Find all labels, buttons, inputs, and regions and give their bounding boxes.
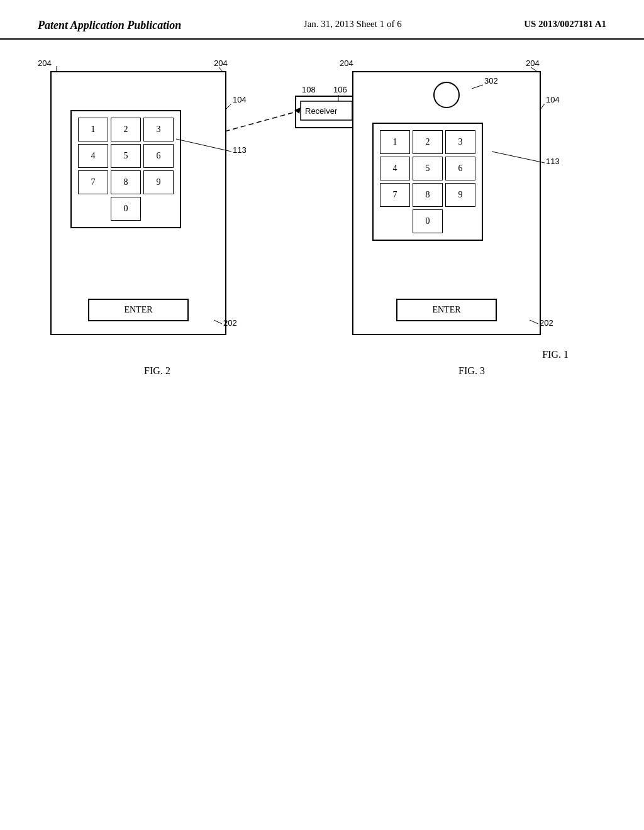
svg-text:204: 204 [214, 58, 228, 68]
publication-label: Patent Application Publication [38, 19, 181, 32]
anno-204-tl-fig3: 204 [340, 58, 353, 68]
key-2-fig3[interactable]: 2 [413, 130, 443, 154]
key-4-fig3[interactable]: 4 [380, 157, 410, 180]
anno-204-tl-fig2: 204 [38, 58, 52, 68]
patent-number: US 2013/0027181 A1 [524, 19, 606, 30]
key-5-fig3[interactable]: 5 [413, 157, 443, 180]
fig3-label: FIG. 3 [340, 365, 604, 377]
key-3[interactable]: 3 [143, 118, 174, 141]
key-0-fig3[interactable]: 0 [413, 209, 443, 233]
key-8-fig3[interactable]: 8 [413, 183, 443, 207]
enter-button-fig3[interactable]: ENTER [396, 299, 497, 321]
key-7-fig3[interactable]: 7 [380, 183, 410, 207]
svg-text:113: 113 [233, 145, 247, 155]
page-header: Patent Application Publication Jan. 31, … [0, 0, 644, 40]
key-4[interactable]: 4 [78, 144, 108, 168]
fig2-container: 1 2 3 4 5 6 7 8 [38, 52, 277, 404]
key-0[interactable]: 0 [111, 197, 141, 221]
fig3-container: 1 2 3 4 5 6 7 8 [340, 52, 604, 404]
fig2-label: FIG. 2 [38, 365, 277, 377]
key-1-fig3[interactable]: 1 [380, 130, 410, 154]
svg-text:104: 104 [546, 95, 560, 104]
key-3-fig3[interactable]: 3 [445, 130, 475, 154]
key-6-fig3[interactable]: 6 [445, 157, 475, 180]
key-9[interactable]: 9 [143, 170, 174, 194]
svg-text:204: 204 [526, 58, 540, 68]
svg-line-73 [541, 104, 545, 109]
key-2[interactable]: 2 [111, 118, 141, 141]
svg-text:202: 202 [540, 318, 553, 328]
enter-button-fig2[interactable]: ENTER [88, 299, 189, 321]
svg-text:113: 113 [546, 157, 560, 166]
sheet-info: Jan. 31, 2013 Sheet 1 of 6 [304, 19, 402, 30]
page-content: Transmit Control Receiver [0, 40, 644, 819]
svg-line-65 [226, 104, 231, 109]
key-9-fig3[interactable]: 9 [445, 183, 475, 207]
svg-text:108: 108 [302, 85, 316, 94]
key-8[interactable]: 8 [111, 170, 141, 194]
svg-text:Receiver: Receiver [305, 106, 338, 116]
key-6[interactable]: 6 [143, 144, 174, 168]
key-7[interactable]: 7 [78, 170, 108, 194]
key-1[interactable]: 1 [78, 118, 108, 141]
svg-text:104: 104 [233, 95, 247, 104]
key-5[interactable]: 5 [111, 144, 141, 168]
